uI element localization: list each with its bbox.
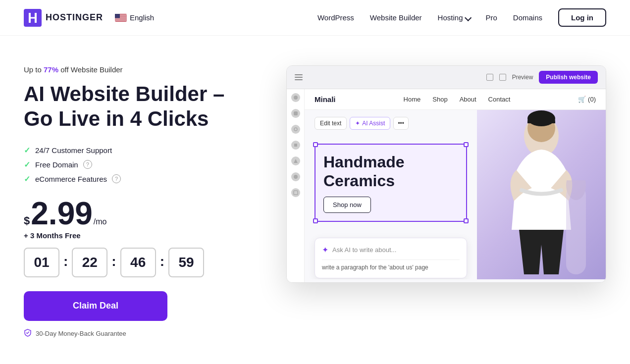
- help-icon[interactable]: ?: [112, 174, 121, 183]
- ai-spark-icon: ✦: [322, 245, 328, 255]
- nav-website-builder[interactable]: Website Builder: [370, 13, 422, 22]
- resize-handle[interactable]: [313, 218, 318, 223]
- site-nav-links: Home Shop About Contact: [404, 96, 511, 103]
- language-selector[interactable]: English: [115, 13, 154, 22]
- edit-text-button[interactable]: Edit text: [315, 117, 347, 130]
- price-block: $ 2.99 /mo + 3 Months Free: [24, 198, 257, 240]
- feature-label: 24/7 Customer Support: [35, 146, 112, 155]
- browser-controls: [295, 74, 303, 80]
- login-button[interactable]: Log in: [558, 8, 606, 27]
- resize-handle[interactable]: [313, 142, 318, 147]
- sidebar-icon[interactable]: [291, 93, 300, 102]
- help-icon[interactable]: ?: [83, 160, 92, 169]
- site-content-area: Edit text ✦ AI Assist •••: [305, 110, 606, 279]
- preview-label[interactable]: Preview: [512, 74, 533, 81]
- browser-bar: Preview Publish website: [287, 66, 606, 89]
- price-per: /mo: [94, 217, 107, 226]
- svg-rect-11: [295, 79, 303, 80]
- svg-point-14: [294, 128, 297, 131]
- money-back-text: 30-Day Money-Back Guarantee: [36, 330, 126, 337]
- resize-handle[interactable]: [464, 218, 469, 223]
- hero-title: AI Website Builder – Go Live in 4 Clicks: [24, 82, 257, 132]
- sidebar-icon[interactable]: [291, 156, 300, 165]
- feature-ecommerce: ✓ eCommerce Features ?: [24, 174, 257, 184]
- nav-wordpress[interactable]: WordPress: [317, 13, 354, 22]
- nav-pro[interactable]: Pro: [485, 13, 497, 22]
- countdown-minutes: 22: [72, 248, 107, 277]
- promo-line: Up to 77% off Website Builder: [24, 65, 257, 74]
- edit-toolbar: Edit text ✦ AI Assist •••: [315, 117, 409, 130]
- language-label: English: [130, 13, 154, 22]
- sparkle-icon: ✦: [355, 120, 360, 127]
- svg-rect-9: [295, 74, 303, 75]
- feature-label: Free Domain: [35, 160, 78, 169]
- countdown-hours: 01: [24, 248, 59, 277]
- browser-window-icon: [499, 74, 506, 81]
- sidebar-icon[interactable]: [291, 172, 300, 181]
- browser-actions: Preview Publish website: [486, 71, 598, 84]
- site-navigation: Minali Home Shop About Contact 🛒 (0): [305, 89, 606, 110]
- check-icon: ✓: [24, 174, 30, 184]
- minutes-box: 22: [72, 248, 107, 277]
- site-logo-name: Minali: [315, 95, 336, 104]
- hero-left: Up to 77% off Website Builder AI Website…: [24, 65, 257, 339]
- hero-right: Preview Publish website: [286, 65, 606, 283]
- countdown-seconds: 46: [120, 248, 156, 277]
- price-number: 2.99: [31, 198, 93, 229]
- ms-box: 59: [168, 248, 204, 277]
- price-dollar: $: [24, 214, 30, 227]
- sidebar-icon[interactable]: [291, 188, 300, 197]
- sidebar-icon[interactable]: [291, 141, 300, 150]
- countdown-ms: 59: [168, 248, 204, 277]
- feature-domain: ✓ Free Domain ?: [24, 160, 257, 169]
- price-bonus: + 3 Months Free: [24, 231, 257, 240]
- sidebar-icon[interactable]: [291, 125, 300, 134]
- ai-assist-button[interactable]: ✦ AI Assist: [350, 117, 390, 130]
- resize-handle[interactable]: [464, 142, 469, 147]
- site-nav-contact: Contact: [488, 96, 511, 103]
- ai-panel-header: ✦ Ask AI to write about...: [322, 245, 460, 255]
- site-nav-about: About: [460, 96, 476, 103]
- ai-prompt-text: write a paragraph for the 'about us' pag…: [322, 260, 460, 271]
- features-list: ✓ 24/7 Customer Support ✓ Free Domain ? …: [24, 146, 257, 184]
- promo-discount: 77%: [44, 65, 58, 74]
- logo[interactable]: HOSTINGER: [24, 9, 103, 27]
- ai-input-placeholder[interactable]: Ask AI to write about...: [332, 246, 396, 254]
- site-image-bg: [477, 110, 606, 279]
- svg-rect-15: [294, 144, 297, 147]
- svg-rect-7: [115, 20, 127, 21]
- cart-count: (0): [588, 96, 596, 103]
- svg-point-12: [294, 96, 298, 100]
- svg-point-16: [294, 175, 298, 179]
- site-hero-image: [477, 110, 606, 279]
- money-back-guarantee: 30-Day Money-Back Guarantee: [24, 329, 257, 339]
- background-sculpture: [551, 180, 601, 279]
- cart-area: 🛒 (0): [578, 96, 596, 103]
- countdown-separator: :: [63, 254, 68, 269]
- countdown-timer: 01 : 22 : 46 : 59: [24, 248, 257, 277]
- hostinger-logo-icon: [24, 9, 42, 27]
- svg-rect-6: [115, 19, 127, 20]
- shop-now-button[interactable]: Shop now: [323, 197, 371, 213]
- header-left: HOSTINGER English: [24, 9, 154, 27]
- main-nav: WordPress Website Builder Hosting Pro Do…: [317, 8, 606, 27]
- nav-domains[interactable]: Domains: [513, 13, 542, 22]
- more-options-button[interactable]: •••: [393, 117, 409, 130]
- nav-hosting[interactable]: Hosting: [438, 13, 470, 22]
- text-block-selected: Handmade Ceramics Shop now: [315, 144, 467, 222]
- feature-support: ✓ 24/7 Customer Support: [24, 146, 257, 155]
- seconds-box: 46: [120, 248, 156, 277]
- check-icon: ✓: [24, 160, 30, 169]
- hosting-chevron-icon: [465, 16, 470, 19]
- main-content: Up to 77% off Website Builder AI Website…: [0, 36, 630, 359]
- site-heading: Handmade Ceramics: [323, 153, 458, 191]
- claim-deal-button[interactable]: Claim Deal: [24, 291, 167, 321]
- price-main: $ 2.99 /mo: [24, 198, 257, 229]
- site-nav-shop: Shop: [432, 96, 447, 103]
- svg-rect-8: [115, 14, 120, 18]
- builder-main: Minali Home Shop About Contact 🛒 (0): [305, 89, 606, 282]
- builder-body: Minali Home Shop About Contact 🛒 (0): [287, 89, 606, 282]
- sidebar-icon[interactable]: [291, 109, 300, 118]
- svg-rect-10: [295, 77, 303, 78]
- publish-website-button[interactable]: Publish website: [539, 71, 598, 84]
